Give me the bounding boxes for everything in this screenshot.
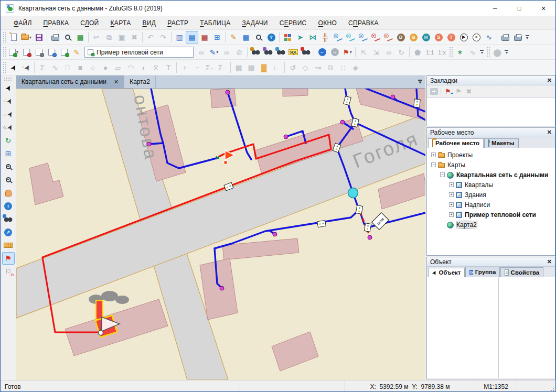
find-info-button[interactable]	[2, 213, 15, 225]
mode-s-button[interactable]: S	[432, 31, 445, 43]
measure-ruler-button[interactable]	[2, 239, 15, 252]
route-flag-on-button[interactable]: ⚑	[2, 252, 15, 265]
find-by-layer-button[interactable]	[262, 46, 274, 59]
tab-karta2[interactable]: Карта2	[124, 75, 156, 88]
object-tab-объект[interactable]: ➤Объект	[428, 268, 465, 277]
shape-tool-button[interactable]: ⬤	[491, 46, 504, 59]
print-report-button[interactable]	[499, 31, 511, 43]
network-topology-button[interactable]: ╬	[319, 31, 332, 43]
panel-tasks-button[interactable]: ▥	[173, 31, 186, 43]
menu-help[interactable]: СПРАВКА	[343, 17, 384, 29]
valve-state-button[interactable]: ⋈	[306, 31, 319, 43]
menu-layer[interactable]: СЛОЙ	[74, 17, 104, 29]
raster-edit-button[interactable]: ✎	[70, 46, 83, 59]
start-calculation-button[interactable]: ▶	[457, 31, 470, 43]
edit-mode-button[interactable]: ✎▾	[208, 46, 220, 59]
toolbar-grip[interactable]	[449, 47, 453, 58]
object-tab-группа[interactable]: GГруппа	[465, 267, 500, 277]
open-map-button[interactable]: ▾	[20, 31, 33, 43]
select-button[interactable]: ➤	[7, 61, 20, 74]
new-grid-button[interactable]: ▦	[240, 31, 252, 43]
tree-item-надписи[interactable]: +Надписи	[427, 200, 555, 210]
menu-table[interactable]: ТАБЛИЦА	[194, 17, 236, 29]
reset-calculation-button[interactable]: «	[470, 31, 483, 43]
save-button[interactable]	[33, 31, 45, 43]
find-document-button[interactable]	[252, 31, 265, 43]
find-by-code-button[interactable]	[274, 46, 287, 59]
refresh-map-button[interactable]: ↻	[2, 134, 15, 147]
tree-item-здания[interactable]: +Здания	[427, 190, 555, 200]
mode-d-button[interactable]: D	[394, 31, 407, 43]
tree-item-кварталы[interactable]: +Кварталы	[427, 180, 555, 190]
menu-tasks[interactable]: ЗАДАЧИ	[236, 17, 273, 29]
minimize-button[interactable]: ─	[483, 1, 507, 16]
tab-close-icon[interactable]: ✕	[114, 79, 119, 85]
layer-edit-button[interactable]	[45, 46, 58, 59]
mode-t-button[interactable]: T	[445, 31, 457, 43]
tab-overflow-icon[interactable]: ▼	[415, 75, 425, 88]
object-panel-body[interactable]	[427, 277, 555, 378]
object-info-button[interactable]: i	[2, 200, 15, 212]
graph-g-button[interactable]: G	[344, 31, 357, 43]
graph-s-button[interactable]: S	[382, 31, 394, 43]
toolbar-overflow-icon[interactable]: ▾	[504, 50, 510, 55]
graph-t-button[interactable]: T	[369, 31, 382, 43]
toolbar-overflow-icon[interactable]: ▾	[524, 35, 530, 40]
tree-item-проекты[interactable]: +Проекты	[427, 150, 555, 160]
print-preview-button[interactable]	[61, 31, 74, 43]
select-polygon-button[interactable]: ◇➤	[2, 121, 15, 134]
new-table-button[interactable]: ▦	[74, 31, 87, 43]
pan-hand-button[interactable]	[2, 187, 15, 199]
bookmarks-close-icon[interactable]: ✕	[547, 77, 552, 84]
tree-expand-icon[interactable]: +	[449, 212, 454, 217]
close-button[interactable]: ✕	[531, 1, 555, 16]
tree-expand-icon[interactable]: +	[449, 182, 454, 187]
add-bookmark-button[interactable]: ⚑+	[443, 86, 453, 96]
tree-expand-icon[interactable]: +	[431, 153, 436, 157]
map-edit-button[interactable]: ✎	[227, 31, 240, 43]
zoom-in-button[interactable]: +	[2, 160, 15, 173]
layer-add-button[interactable]: ▾	[7, 46, 20, 59]
select-rect-button[interactable]: ▫➤	[2, 95, 15, 107]
layer-properties-button[interactable]	[33, 46, 45, 59]
object-tab-свойства[interactable]: ≡Свойства	[500, 267, 543, 277]
tab-kvartalnaya-set[interactable]: Квартальная сеть с данными ✕	[16, 75, 124, 88]
workspace-tab-рабочее-место[interactable]: Рабочее место	[428, 138, 484, 148]
tree-expand-icon[interactable]: +	[449, 202, 454, 207]
panel-add-button[interactable]: ⊞	[211, 31, 223, 43]
toolbar-overflow-icon[interactable]: ▾	[479, 50, 485, 55]
back-button[interactable]: ←	[316, 46, 328, 59]
object-close-icon[interactable]: ✕	[547, 258, 552, 265]
find-by-address-button[interactable]	[300, 46, 312, 59]
menu-file[interactable]: ФАЙЛ	[8, 17, 38, 29]
layer-remove-button[interactable]	[20, 46, 33, 59]
legend-button[interactable]	[281, 31, 294, 43]
menu-edit[interactable]: ПРАВКА	[38, 17, 75, 29]
menu-raster[interactable]: РАСТР	[162, 17, 194, 29]
map-canvas[interactable]: онтоваГоголяштм	[16, 89, 425, 380]
tree-item-квартальная-сеть-с-данными[interactable]: −Квартальная сеть с данными	[427, 170, 555, 180]
select-node-button[interactable]: ▫➤	[20, 61, 33, 74]
fit-extent-button[interactable]: ⊞	[2, 147, 15, 160]
active-layer-combo[interactable]: Пример тепловой сети	[84, 47, 194, 58]
maximize-button[interactable]: □	[507, 1, 531, 16]
mode-g-button[interactable]: G	[407, 31, 420, 43]
tree-item-карта2[interactable]: Карта2	[427, 220, 555, 230]
toolbar-grip[interactable]	[3, 61, 6, 73]
pattern-fill-button[interactable]: ▓	[258, 61, 270, 74]
toolbar-grip[interactable]	[3, 31, 6, 43]
mode-h-button[interactable]: H	[420, 31, 432, 43]
tree-collapse-icon[interactable]: −	[440, 172, 445, 177]
graph-d-button[interactable]: D	[332, 31, 344, 43]
toolbar-grip[interactable]	[486, 47, 490, 58]
find-by-key-button[interactable]	[249, 46, 262, 59]
find-by-sql-button[interactable]: SQL	[287, 46, 300, 59]
bookmark-flag-button[interactable]: ⚑▾	[341, 46, 354, 59]
layer-visibility-button[interactable]	[58, 46, 70, 59]
workspace-close-icon[interactable]: ✕	[547, 129, 552, 136]
flow-direction-button[interactable]: ➤	[294, 31, 306, 43]
route-flag-off-button[interactable]: ⚐⊖	[2, 265, 15, 278]
print-setup-button[interactable]	[511, 31, 524, 43]
zoom-out-button[interactable]: −	[2, 173, 15, 186]
select-circle-button[interactable]: ◌➤	[2, 108, 15, 121]
